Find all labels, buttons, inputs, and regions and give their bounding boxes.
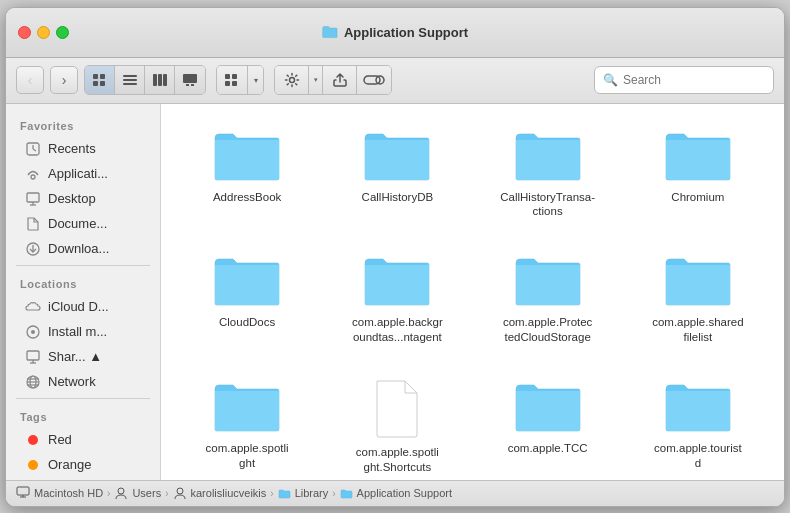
gear-button[interactable] <box>275 66 309 94</box>
network-icon <box>25 374 41 390</box>
sidebar-label-icloud: iCloud D... <box>48 299 109 314</box>
folder-label-backgroundtasks: com.apple.backgroundtas...ntagent <box>352 315 443 345</box>
folder-item-callhistorytransactions[interactable]: CallHistoryTransa-ctions <box>478 120 618 226</box>
back-button[interactable]: ‹ <box>16 66 44 94</box>
view-buttons <box>84 65 206 95</box>
svg-rect-7 <box>153 74 157 86</box>
statusbar-user-icon <box>173 487 187 499</box>
search-input[interactable] <box>623 73 765 87</box>
folder-label-tourist: com.apple.touristd <box>654 441 742 471</box>
svg-point-45 <box>118 488 124 494</box>
gear-icon <box>284 72 300 88</box>
icon-size-icon <box>224 73 240 87</box>
columns-view-icon <box>152 73 168 87</box>
documents-icon <box>25 216 41 232</box>
search-icon: 🔍 <box>603 73 618 87</box>
folder-item-chromium[interactable]: Chromium <box>628 120 768 226</box>
tag-icon <box>363 72 385 88</box>
folder-label-clouddocs: CloudDocs <box>219 315 275 330</box>
folder-label-spotlightshortcuts: com.apple.spotlight.Shortcuts <box>356 445 439 475</box>
window-title: Application Support <box>322 25 468 40</box>
sidebar-label-downloads: Downloa... <box>48 241 109 256</box>
svg-rect-13 <box>225 74 230 79</box>
orange-tag-icon <box>25 457 41 473</box>
sidebar-item-recents[interactable]: Recents <box>11 137 155 161</box>
sidebar-item-install[interactable]: Install m... <box>11 320 155 344</box>
folder-label-protectedcloudstorage: com.apple.ProtectedCloudStorage <box>503 315 593 345</box>
close-button[interactable] <box>18 26 31 39</box>
view-columns-button[interactable] <box>145 66 175 94</box>
sidebar-item-downloads[interactable]: Downloa... <box>11 237 155 261</box>
svg-rect-31 <box>27 351 39 360</box>
view-icon-button[interactable] <box>85 66 115 94</box>
breadcrumb-sep-4: › <box>332 488 335 499</box>
view-gallery-button[interactable] <box>175 66 205 94</box>
sidebar-item-share[interactable]: Shar... ▲ <box>11 345 155 369</box>
main-area: Favorites Recents Applicati... Desktop <box>6 104 784 480</box>
sidebar-label-install: Install m... <box>48 324 107 339</box>
breadcrumb-sep-2: › <box>165 488 168 499</box>
statusbar-users: Users <box>132 487 161 499</box>
svg-rect-24 <box>27 193 39 202</box>
sidebar-label-applications: Applicati... <box>48 166 108 181</box>
folder-item-tourist[interactable]: com.apple.touristd <box>628 371 768 479</box>
statusbar-username: karolisliucveikis <box>191 487 267 499</box>
sidebar-item-network[interactable]: Network <box>11 370 155 394</box>
sidebar-item-red[interactable]: Red <box>11 428 155 452</box>
sidebar-item-applications[interactable]: Applicati... <box>11 162 155 186</box>
svg-point-23 <box>31 175 35 179</box>
sidebar-label-orange: Orange <box>48 457 91 472</box>
folder-item-spotlightshortcuts[interactable]: com.apple.spotlight.Shortcuts <box>327 371 467 479</box>
tag-button[interactable] <box>357 66 391 94</box>
file-icon-spotlightshortcuts <box>371 377 423 441</box>
forward-button[interactable]: › <box>50 66 78 94</box>
folder-label-callhistorytransactions: CallHistoryTransa-ctions <box>500 190 595 220</box>
sidebar-item-icloud[interactable]: iCloud D... <box>11 295 155 319</box>
svg-rect-9 <box>163 74 167 86</box>
minimize-button[interactable] <box>37 26 50 39</box>
folder-item-callhistorydb[interactable]: CallHistoryDB <box>327 120 467 226</box>
folder-label-callhistorydb: CallHistoryDB <box>362 190 434 205</box>
statusbar-library-icon <box>278 488 291 499</box>
share-button[interactable] <box>323 66 357 94</box>
svg-point-46 <box>177 488 183 494</box>
maximize-button[interactable] <box>56 26 69 39</box>
sidebar-label-desktop: Desktop <box>48 191 96 206</box>
folder-item-protectedcloudstorage[interactable]: com.apple.ProtectedCloudStorage <box>478 245 618 351</box>
svg-rect-0 <box>93 74 98 79</box>
tags-heading: Tags <box>6 403 160 427</box>
sidebar-label-documents: Docume... <box>48 216 107 231</box>
folder-item-backgroundtasks[interactable]: com.apple.backgroundtas...ntagent <box>327 245 467 351</box>
svg-rect-10 <box>183 74 197 83</box>
gear-dropdown[interactable]: ▾ <box>309 66 323 94</box>
folder-item-sharedfilelist[interactable]: com.apple.sharedfilelist <box>628 245 768 351</box>
svg-rect-5 <box>123 79 137 81</box>
svg-rect-6 <box>123 83 137 85</box>
sidebar-item-desktop[interactable]: Desktop <box>11 187 155 211</box>
sidebar-item-orange[interactable]: Orange <box>11 453 155 477</box>
view-list-button[interactable] <box>115 66 145 94</box>
sidebar: Favorites Recents Applicati... Desktop <box>6 104 161 480</box>
svg-rect-8 <box>158 74 162 86</box>
folder-grid: AddressBook CallHistoryDB <box>177 120 768 480</box>
folder-item-clouddocs[interactable]: CloudDocs <box>177 245 317 351</box>
folder-item-tcc[interactable]: com.apple.TCC <box>478 371 618 479</box>
folder-item-addressbook[interactable]: AddressBook <box>177 120 317 226</box>
svg-rect-42 <box>17 487 29 495</box>
sidebar-item-documents[interactable]: Docume... <box>11 212 155 236</box>
icon-size-dropdown[interactable]: ▾ <box>247 66 263 94</box>
install-icon <box>25 324 41 340</box>
sidebar-label-red: Red <box>48 432 72 447</box>
icon-size-button[interactable] <box>217 66 247 94</box>
svg-rect-14 <box>232 74 237 79</box>
folder-icon-addressbook <box>211 126 283 186</box>
finder-window: Application Support ‹ › <box>5 7 785 507</box>
breadcrumb-sep-1: › <box>107 488 110 499</box>
folder-icon-callhistorytransactions <box>512 126 584 186</box>
svg-rect-1 <box>100 74 105 79</box>
folder-item-spotlight[interactable]: com.apple.spotlight <box>177 371 317 479</box>
desktop-icon <box>25 191 41 207</box>
search-bar: 🔍 <box>594 66 774 94</box>
svg-rect-12 <box>191 84 194 86</box>
favorites-heading: Favorites <box>6 112 160 136</box>
